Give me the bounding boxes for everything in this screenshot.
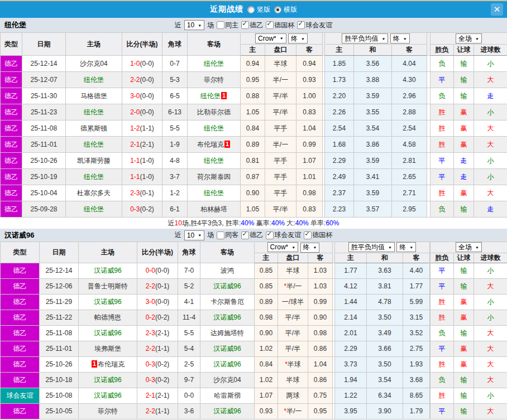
avg-draw-cell: 3.59 (354, 88, 392, 104)
result-goals-cell: 大 (474, 403, 507, 419)
home-team-name: 汉诺威96 (94, 298, 121, 306)
checkbox-icon[interactable]: ✓ (304, 231, 312, 239)
avg-select[interactable]: 胜平负均值▼ (342, 33, 388, 44)
away-team-name: 汉诺威96 (213, 282, 241, 290)
recent-count-select[interactable]: 10▼ (184, 230, 204, 240)
odds-home-cell: 0.89 (241, 137, 265, 153)
avg-time-select-value: 终 (393, 34, 400, 44)
avg-time-select[interactable]: 终▼ (390, 33, 410, 44)
team-1-filter-bar: 纽伦堡 近10▼场同主✓德乙✓德国杯✓球会友谊 (0, 18, 507, 32)
chevron-down-icon: ▼ (381, 37, 385, 40)
match-row: 德乙25-12-06普鲁士明斯特2-2(0-1)5-2汉诺威960.85*半/一… (1, 278, 507, 294)
filter-checkbox-3[interactable]: ✓德国杯 (304, 230, 332, 240)
checkbox-icon[interactable] (217, 21, 224, 29)
radio-horizontal-icon[interactable] (274, 6, 281, 13)
away-team-cell: 菲尔特 (188, 72, 241, 88)
checkbox-icon[interactable]: ✓ (266, 21, 274, 29)
result-goals-cell: 大 (474, 278, 507, 294)
score-cell: 2-2(1-1) (137, 403, 178, 419)
corners-cell: 3-7 (162, 169, 188, 185)
halftime-score: (0-2) (155, 360, 169, 368)
avg-time-select[interactable]: 终▼ (396, 242, 416, 252)
checkbox-icon[interactable]: ✓ (297, 21, 305, 29)
team-2-results-table: 类型日期主场比分(半场)角球客场Crow*▼ 终▼胜平负均值▼ 终▼全场▼主盘口… (0, 242, 507, 419)
bookmaker-select[interactable]: Crow*▼ (255, 33, 286, 44)
halftime-score: (2-1) (155, 392, 169, 399)
col-header-0: 类型 (1, 33, 22, 56)
filter-checkbox-0[interactable]: 同主 (217, 21, 238, 30)
filter-checkbox-0[interactable]: 同客 (217, 230, 238, 240)
recent-count-select-value: 10 (187, 21, 194, 29)
filter-checkbox-2[interactable]: ✓球会友谊 (266, 230, 301, 240)
corners-cell: 1-2 (162, 185, 188, 201)
corners-cell: 9-7 (178, 372, 200, 388)
score-cell: 0-3(0-2) (137, 356, 178, 372)
col-header-5: 客场 (188, 33, 241, 56)
checkbox-icon[interactable] (217, 231, 224, 239)
away-team-name: 布伦瑞克 (197, 141, 224, 148)
handicap-line-cell: 平手 (265, 169, 296, 185)
home-team-cell: 1布伦瑞克 (79, 356, 137, 372)
radio-vertical-icon[interactable] (247, 6, 255, 13)
checkbox-icon[interactable]: ✓ (241, 21, 249, 29)
match-type-badge: 德乙 (1, 310, 40, 325)
layout-radio-vertical[interactable]: 竖版 (247, 5, 270, 15)
away-team-name: 汉诺威96 (213, 313, 241, 321)
match-row: 德乙25-11-23纽伦堡2-0(0-0)6-13比勒菲尔德1.05平/半0.8… (1, 104, 507, 120)
odds-home-cell: 0.93 (255, 403, 278, 419)
corners-cell: 5-2 (178, 278, 200, 294)
halftime-score: (0-1) (140, 189, 154, 197)
odds-time-select[interactable]: 终▼ (300, 243, 320, 253)
close-icon[interactable]: ✕ (491, 3, 503, 16)
corners-cell: 2-5 (178, 356, 200, 372)
filter-checkbox-1[interactable]: ✓德乙 (241, 230, 263, 240)
odds-away-cell: 0.98 (296, 185, 323, 201)
home-team-cell: 埃弗斯堡 (79, 341, 137, 356)
titlebar: 近期战绩 竖版 横版 ✕ (0, 1, 507, 18)
odds-time-select[interactable]: 终▼ (288, 33, 308, 44)
filter-checkbox-1[interactable]: ✓德乙 (241, 21, 263, 30)
home-team-name: 凯泽斯劳滕 (77, 157, 111, 165)
filter-checkbox-label: 德国杯 (274, 21, 294, 30)
fulltime-score: 1-1 (130, 157, 140, 165)
avg-select[interactable]: 胜平负均值▼ (348, 242, 395, 252)
scope-select[interactable]: 全场▼ (456, 242, 482, 252)
away-team-name: 荷尔斯泰因 (197, 173, 231, 181)
checkbox-icon[interactable]: ✓ (266, 231, 274, 239)
away-team-cell: 比勒菲尔德 (188, 104, 241, 120)
home-team-cell: 汉诺威96 (79, 263, 137, 278)
result-group-header: 全场▼ (431, 242, 507, 253)
odds-away-cell: 1.00 (296, 88, 323, 104)
result-outcome-cell: 胜 (431, 310, 454, 325)
scope-select[interactable]: 全场▼ (456, 33, 482, 44)
odds-home-cell: 0.95 (241, 72, 265, 88)
home-team-cell: 菲尔特 (79, 403, 137, 419)
avg-draw-cell: 3.59 (354, 185, 392, 201)
checkbox-icon[interactable]: ✓ (241, 231, 249, 239)
date-cell: 25-12-07 (22, 72, 66, 88)
filter-checkbox-3[interactable]: ✓球会友谊 (297, 21, 332, 30)
bookmaker-select[interactable]: Crow*▼ (267, 242, 299, 252)
result-handicap-cell: 输 (454, 278, 474, 294)
games-label: 场 (207, 230, 214, 240)
away-team-name: 达姆施塔特 (211, 329, 244, 337)
odds-home-cell: 1.05 (241, 104, 265, 120)
score-cell: 2-2(0-0) (122, 72, 162, 88)
odds-time-select-value: 终 (291, 34, 298, 44)
recent-count-select[interactable]: 10▼ (184, 20, 204, 30)
home-team-name: 纽伦堡 (84, 108, 104, 116)
odds-away-cell: 1.01 (296, 169, 323, 185)
odds-home-cell: 0.89 (255, 294, 278, 310)
result-goals-cell: 大 (474, 325, 507, 341)
match-type-badge: 德乙 (1, 263, 40, 278)
layout-radio-horizontal[interactable]: 横版 (274, 5, 297, 15)
home-team-cell: 纽伦堡 (66, 72, 122, 88)
result-outcome-cell: 负 (431, 88, 454, 104)
odds-away-cell: 1.04 (308, 356, 333, 372)
avg-home-cell: 2.14 (335, 310, 367, 325)
check-icon: ✓ (304, 230, 310, 238)
team-2-filters: 近10▼场同客✓德乙✓球会友谊✓德国杯 (175, 230, 332, 240)
filter-checkbox-2[interactable]: ✓德国杯 (266, 21, 294, 30)
avg-select-value: 胜平负均值 (345, 34, 378, 44)
date-cell: 25-11-01 (40, 341, 79, 356)
